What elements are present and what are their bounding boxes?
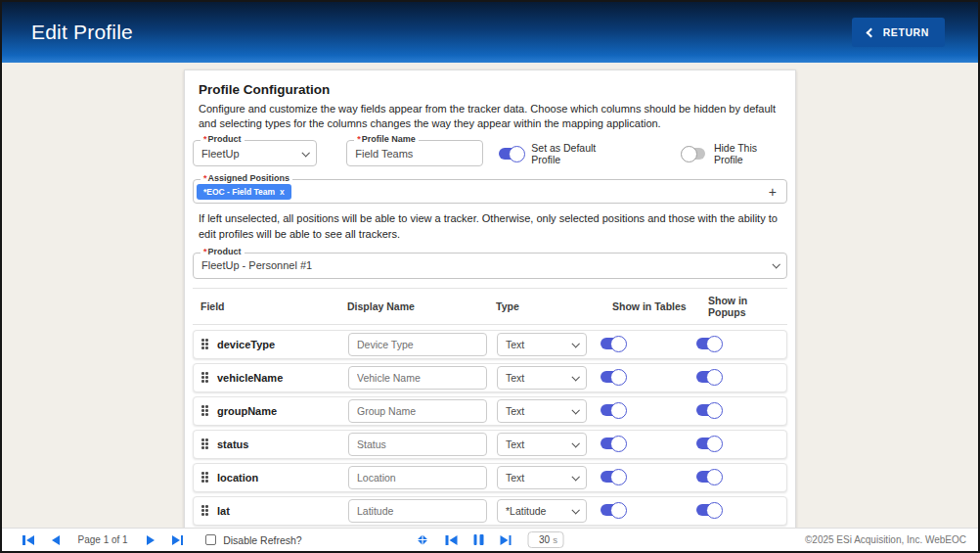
display-name-input[interactable] <box>348 433 487 456</box>
display-name-input[interactable] <box>348 366 487 390</box>
show-in-tables-toggle[interactable] <box>601 404 624 416</box>
chevron-left-icon <box>866 27 875 37</box>
table-row: status Text <box>193 430 787 459</box>
drag-handle-icon[interactable] <box>201 339 208 349</box>
hide-profile-label: Hide This Profile <box>714 142 787 165</box>
drag-handle-icon[interactable] <box>201 472 208 483</box>
position-chip-label: *EOC - Field Team <box>203 187 275 197</box>
assigned-positions-field[interactable]: *Assigned Positions *EOC - Field Team x … <box>193 179 787 204</box>
table-row: vehicleName Text <box>193 363 787 392</box>
disable-refresh-checkbox[interactable] <box>205 534 216 545</box>
refresh-icon[interactable] <box>417 533 429 546</box>
set-default-toggle[interactable] <box>499 148 522 160</box>
tracker-product-select[interactable]: *Product FleetUp - Personnel #1 <box>193 253 787 279</box>
show-in-popups-toggle[interactable] <box>696 404 720 416</box>
required-mark: * <box>203 134 207 144</box>
footer-bar: Page 1 of 1 Disable Refresh? s ©2025 ESi… <box>2 528 978 551</box>
hide-profile-toggle[interactable] <box>682 148 705 160</box>
profile-name-input[interactable] <box>355 148 474 160</box>
type-select[interactable]: Text <box>497 399 587 423</box>
show-in-tables-toggle[interactable] <box>601 438 624 449</box>
field-name: vehicleName <box>217 372 283 384</box>
show-in-popups-toggle[interactable] <box>696 338 720 349</box>
refresh-interval-field: s <box>528 531 564 548</box>
set-default-group: Set as Default Profile <box>499 142 626 165</box>
chip-remove-icon[interactable]: x <box>280 187 285 197</box>
show-in-popups-toggle[interactable] <box>696 504 720 516</box>
table-row: lat *Latitude <box>193 496 787 526</box>
show-in-tables-toggle[interactable] <box>601 371 624 383</box>
drag-handle-icon[interactable] <box>201 372 208 383</box>
app-header: Edit Profile RETURN <box>2 2 978 63</box>
page-indicator: Page 1 of 1 <box>78 534 128 545</box>
product-select[interactable]: *Product FleetUp <box>193 140 317 166</box>
tracker-product-value: FleetUp - Personnel #1 <box>201 259 312 271</box>
pagination-controls: Page 1 of 1 Disable Refresh? <box>14 534 302 546</box>
col-header-type: Type <box>496 300 600 312</box>
show-in-tables-toggle[interactable] <box>601 504 624 516</box>
table-row: deviceType Text <box>193 330 787 359</box>
fields-table-body: deviceType Text vehicleName Text <box>193 330 787 528</box>
type-select[interactable]: Text <box>497 366 587 390</box>
field-name: deviceType <box>217 339 275 350</box>
show-in-popups-toggle[interactable] <box>696 371 720 383</box>
chevron-down-icon <box>571 373 579 381</box>
tracker-product-label: Product <box>208 247 242 256</box>
chevron-down-icon <box>571 406 579 414</box>
content-area: Profile Configuration Configure and cust… <box>2 63 978 528</box>
next-page-button[interactable] <box>147 535 155 545</box>
field-name: location <box>217 472 258 484</box>
type-select[interactable]: Text <box>497 466 587 489</box>
return-button[interactable]: RETURN <box>852 18 945 47</box>
field-name: lat <box>217 505 230 517</box>
position-chip[interactable]: *EOC - Field Team x <box>197 184 291 200</box>
profile-name-field: *Profile Name <box>346 140 483 166</box>
display-name-input[interactable] <box>348 499 487 523</box>
add-position-button[interactable]: + <box>769 185 777 199</box>
display-name-input[interactable] <box>348 333 487 356</box>
disable-refresh-label: Disable Refresh? <box>223 534 302 546</box>
set-default-label: Set as Default Profile <box>531 142 626 165</box>
profile-configuration-panel: Profile Configuration Configure and cust… <box>184 69 796 528</box>
col-header-show-in-popups: Show in Popups <box>695 295 780 318</box>
assigned-positions-label: Assigned Positions <box>208 173 290 183</box>
hide-profile-group: Hide This Profile <box>682 142 787 165</box>
fields-table-header: Field Display Name Type Show in Tables S… <box>193 288 787 325</box>
show-in-popups-toggle[interactable] <box>696 471 720 483</box>
chevron-down-icon <box>772 260 780 268</box>
drag-handle-icon[interactable] <box>201 438 208 449</box>
col-header-field: Field <box>200 300 347 312</box>
refresh-interval-input[interactable] <box>534 534 550 545</box>
required-mark: * <box>203 247 207 256</box>
skip-to-end-button[interactable] <box>500 535 512 545</box>
show-in-popups-toggle[interactable] <box>696 438 720 449</box>
skip-to-start-button[interactable] <box>446 535 458 545</box>
positions-note: If left unselected, all positions will b… <box>199 211 785 242</box>
show-in-tables-toggle[interactable] <box>601 471 624 483</box>
pause-button[interactable] <box>473 534 483 545</box>
type-select[interactable]: *Latitude <box>497 499 587 523</box>
table-row: location Text <box>193 463 787 492</box>
first-page-button[interactable] <box>22 535 34 545</box>
show-in-tables-toggle[interactable] <box>601 338 624 349</box>
chevron-down-icon <box>571 340 579 347</box>
display-name-input[interactable] <box>348 399 487 423</box>
type-select[interactable]: Text <box>497 433 587 456</box>
drag-handle-icon[interactable] <box>201 505 208 516</box>
last-page-button[interactable] <box>172 535 184 545</box>
display-name-input[interactable] <box>348 466 487 489</box>
field-name: status <box>217 438 248 450</box>
col-header-display-name: Display Name <box>347 300 496 312</box>
seconds-suffix: s <box>553 534 557 545</box>
type-select-value: Text <box>506 372 524 384</box>
type-select-value: *Latitude <box>506 505 546 517</box>
chevron-down-icon <box>571 439 579 447</box>
type-select-value: Text <box>506 339 524 350</box>
product-profile-row: *Product FleetUp *Profile Name Set as De… <box>193 140 787 166</box>
type-select-value: Text <box>506 472 524 484</box>
drag-handle-icon[interactable] <box>201 405 208 416</box>
table-row: groupName Text <box>193 396 787 426</box>
previous-page-button[interactable] <box>52 535 60 545</box>
copyright-text: ©2025 ESi Acquisition, Inc. WebEOC <box>805 534 966 545</box>
type-select[interactable]: Text <box>497 333 587 356</box>
